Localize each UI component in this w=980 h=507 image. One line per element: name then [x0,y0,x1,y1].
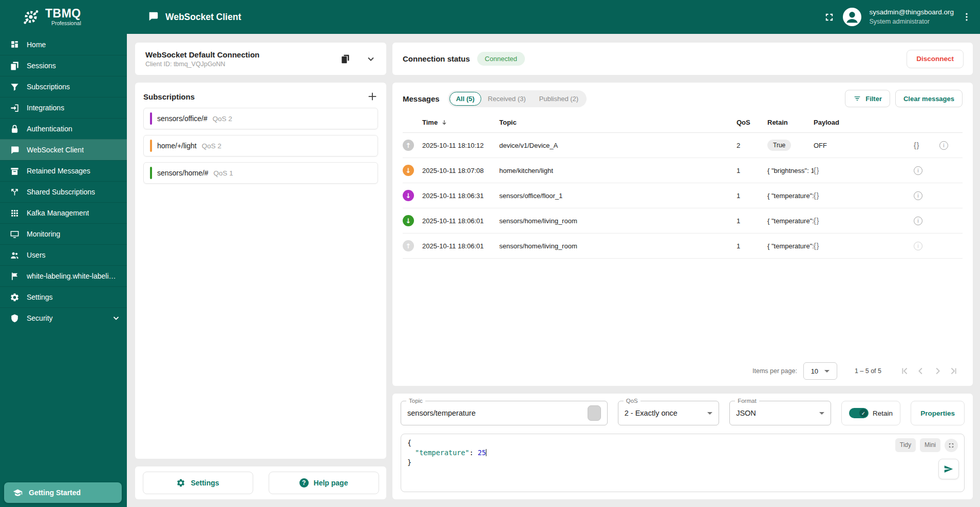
sidebar-item-users[interactable]: Users [0,244,127,265]
settings-button[interactable]: Settings [143,472,253,494]
help-page-button[interactable]: ? Help page [269,472,379,494]
view-payload-icon[interactable]: {} [814,191,914,200]
next-page-icon[interactable] [931,364,944,378]
sidebar-item-sessions[interactable]: Sessions [0,55,127,76]
tab-received[interactable]: Received (3) [481,92,533,106]
subscription-color-bar [150,112,152,125]
tab-all[interactable]: All (5) [449,92,481,106]
call-split-icon [9,187,20,197]
view-payload-icon[interactable]: {} [814,242,914,250]
chat-bubble-icon [147,11,159,24]
table-row: ↑ 2025-10-11 18:06:01 sensors/home/livin… [403,233,963,259]
cell-time: 2025-10-11 18:06:31 [422,192,499,200]
view-payload-icon[interactable]: {} [814,166,914,174]
code-line: } [407,458,958,467]
subscription-color-bar [150,167,152,179]
fullscreen-icon[interactable] [823,11,835,23]
info-icon[interactable]: i [939,141,948,150]
disconnect-button[interactable]: Disconnect [907,50,964,68]
mini-button[interactable]: Mini [920,438,940,452]
filter-button[interactable]: Filter [845,90,890,107]
received-arrow-icon: ↓ [403,165,414,176]
status-badge: Connected [477,52,525,66]
page-size-select[interactable]: 10 [803,362,837,380]
sidebar-item-home[interactable]: Home [0,34,127,55]
messages-filter-tabs: All (5) Received (3) Published (2) [448,90,587,107]
send-icon [943,463,954,475]
sidebar-item-subscriptions[interactable]: Subscriptions [0,76,127,97]
add-subscription-button[interactable] [367,91,378,102]
sidebar-item-shared-subscriptions[interactable]: Shared Subscriptions [0,181,127,202]
last-page-icon[interactable] [947,364,960,378]
table-header-row: Time Topic QoS Retain Payload [403,112,963,133]
subscription-item[interactable]: sensors/office/# QoS 2 [143,108,378,129]
avatar[interactable] [843,8,861,26]
chevron-down-icon [824,370,830,373]
received-arrow-icon: ↓ [403,190,414,201]
user-email: sysadmin@thingsboard.org [869,8,954,16]
cell-time: 2025-10-11 18:06:01 [422,217,499,225]
topic-color-chip[interactable] [588,405,601,421]
tbmq-logo-icon [22,8,40,26]
cell-payload: { "brightness": 100 } [767,167,814,174]
copy-icon[interactable] [340,54,350,64]
column-topic: Topic [499,119,737,126]
info-icon[interactable]: i [914,242,922,250]
send-message-button[interactable] [938,459,959,479]
subscription-item[interactable]: sensors/home/# QoS 1 [143,162,378,184]
sidebar-item-white-labeling[interactable]: white-labeling.white-labeli… [0,265,127,286]
subscription-item[interactable]: home/+/light QoS 2 [143,135,378,157]
sidebar-item-integrations[interactable]: Integrations [0,97,127,118]
messages-table: Time Topic QoS Retain Payload ↑ 2025-10-… [403,112,963,259]
monitor-icon [9,229,20,239]
view-payload-icon[interactable]: {} [814,217,914,225]
info-icon[interactable]: i [914,217,922,225]
column-retain: Retain [767,119,814,126]
topic-input[interactable]: Topic sensors/temperature [401,401,608,425]
user-menu[interactable]: sysadmin@thingsboard.org System administ… [869,8,954,26]
grid-apps-icon [9,208,20,218]
info-icon[interactable]: i [914,166,922,175]
sidebar-item-websocket-client[interactable]: WebSocket Client [0,139,127,160]
clear-messages-button[interactable]: Clear messages [895,90,963,107]
sessions-icon [9,61,20,71]
code-line: "temperature": 25 [407,448,958,458]
qos-select[interactable]: QoS 2 - Exactly once [618,401,719,425]
sidebar-item-authentication[interactable]: Authentication [0,118,127,139]
funnel-icon [9,82,20,92]
sidebar-item-retained-messages[interactable]: Retained Messages [0,160,127,181]
format-select[interactable]: Format JSON [729,401,831,425]
first-page-icon[interactable] [898,364,911,378]
chevron-down-icon[interactable] [366,54,376,64]
sidebar-item-security[interactable]: Security [0,307,127,328]
sidebar: Home Sessions Subscriptions Integrations… [0,34,127,507]
retain-toggle[interactable]: ✓ Retain [841,401,901,425]
table-row: ↓ 2025-10-11 18:06:31 sensors/office/flo… [403,183,963,208]
prev-page-icon[interactable] [914,364,928,378]
page-title: WebSocket Client [165,12,241,23]
getting-started-button[interactable]: Getting Started [4,482,122,503]
kebab-menu-icon[interactable] [962,12,972,22]
tidy-button[interactable]: Tidy [895,438,916,452]
sidebar-item-settings[interactable]: Settings [0,286,127,307]
sort-desc-icon [441,119,448,126]
tab-published[interactable]: Published (2) [533,92,586,106]
sidebar-item-monitoring[interactable]: Monitoring [0,223,127,244]
view-payload-icon[interactable]: {} [914,141,939,149]
column-payload: Payload [814,119,914,126]
items-per-page-label: Items per page: [752,367,797,375]
user-role: System administrator [869,17,954,26]
table-row: ↓ 2025-10-11 18:06:01 sensors/home/livin… [403,208,963,233]
help-icon: ? [299,478,309,488]
sidebar-item-kafka-management[interactable]: Kafka Management [0,202,127,223]
info-icon[interactable]: i [914,191,922,200]
check-icon: ✓ [859,409,868,417]
column-time-sort[interactable]: Time [422,119,499,126]
connection-status-label: Connection status [403,54,470,63]
brand-name: TBMQ [45,8,81,20]
properties-button[interactable]: Properties [911,401,965,425]
payload-editor[interactable]: { "temperature": 25 } Tidy Mini [401,434,965,492]
cell-topic: sensors/home/living_room [499,217,737,225]
school-icon [12,488,23,498]
editor-fullscreen-icon[interactable] [945,439,958,452]
